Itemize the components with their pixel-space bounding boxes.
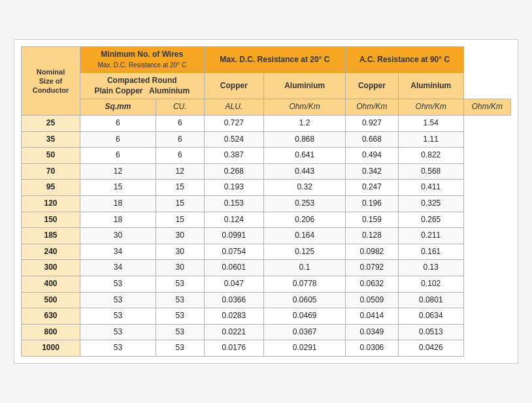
ac-aluminium-header: Aluminium: [398, 73, 463, 99]
cu-wires-cell: 53: [80, 340, 156, 357]
ac-resistance-header: A.C. Resistance at 90° C: [346, 47, 464, 73]
size-cell: 95: [22, 180, 80, 196]
alu-wires-cell: 30: [156, 228, 204, 244]
alu-wires-cell: 15: [156, 212, 204, 228]
dc-aluminium-header: Aluminium: [264, 73, 346, 99]
cu-wires-cell: 53: [80, 276, 156, 292]
size-cell: 1000: [22, 340, 80, 357]
dc-cu-cell: 0.0754: [204, 244, 264, 260]
alu-wires-cell: 30: [156, 244, 204, 260]
dc-al-cell: 0.253: [264, 196, 346, 212]
compacted-round-header: Compacted RoundPlain Copper Aluminium: [80, 73, 205, 99]
cu-unit: CU.: [156, 99, 204, 116]
ac-al-cell: 0.568: [398, 163, 463, 180]
table-row: 150 18 15 0.124 0.206 0.159 0.265: [22, 212, 511, 228]
dc-cu-cell: 0.0366: [204, 292, 264, 308]
size-cell: 25: [22, 116, 80, 132]
dc-al-cell: 0.0291: [264, 340, 346, 357]
ac-al-cell: 0.0801: [398, 292, 463, 308]
dc-al-cell: 0.868: [264, 131, 346, 148]
ac-cu-cell: 0.128: [346, 228, 399, 244]
dc-cu-cell: 0.047: [204, 276, 264, 292]
dc-al-cell: 0.125: [264, 244, 346, 260]
dc-cu-cell: 0.387: [204, 148, 264, 164]
ac-cu-cell: 0.247: [346, 180, 399, 196]
cu-wires-cell: 53: [80, 324, 156, 340]
ac-al-cell: 1.11: [398, 131, 463, 148]
ac-cu-cell: 0.0982: [346, 244, 399, 260]
ac-cu-cell: 0.0306: [346, 340, 399, 357]
ac-al-cell: 0.102: [398, 276, 463, 292]
ac-copper-header: Copper: [346, 73, 399, 99]
sqmm-unit: Sq.mm: [80, 99, 156, 116]
alu-wires-cell: 15: [156, 196, 204, 212]
alu-wires-cell: 53: [156, 276, 204, 292]
ac-al-cell: 0.13: [398, 260, 463, 276]
table-row: 25 6 6 0.727 1.2 0.927 1.54: [22, 116, 511, 132]
cu-wires-cell: 12: [80, 163, 156, 180]
table-container: NominalSize ofConductor Minimum No. of W…: [14, 39, 518, 364]
ac-al-cell: 0.265: [398, 212, 463, 228]
ac-al-cell: 1.54: [398, 116, 463, 132]
size-cell: 150: [22, 212, 80, 228]
ac-cu-cell: 0.0349: [346, 324, 399, 340]
table-row: 95 15 15 0.193 0.32 0.247 0.411: [22, 180, 511, 196]
dc-al-cell: 0.1: [264, 260, 346, 276]
ac-cu-cell: 0.494: [346, 148, 399, 164]
dc-cu-unit: Ohm/Km: [264, 99, 346, 116]
dc-cu-cell: 0.0991: [204, 228, 264, 244]
ac-cu-cell: 0.0414: [346, 308, 399, 325]
ac-al-cell: 0.0513: [398, 324, 463, 340]
alu-wires-cell: 6: [156, 148, 204, 164]
ac-al-cell: 0.0634: [398, 308, 463, 325]
size-cell: 500: [22, 292, 80, 308]
dc-al-cell: 0.641: [264, 148, 346, 164]
table-row: 1000 53 53 0.0176 0.0291 0.0306 0.0426: [22, 340, 511, 357]
dc-al-cell: 0.32: [264, 180, 346, 196]
size-cell: 120: [22, 196, 80, 212]
ac-al-cell: 0.0426: [398, 340, 463, 357]
dc-cu-cell: 0.268: [204, 163, 264, 180]
ac-cu-cell: 0.0792: [346, 260, 399, 276]
min-wires-header: Minimum No. of WiresMax. D.C. Resistance…: [80, 47, 205, 73]
table-row: 630 53 53 0.0283 0.0469 0.0414 0.0634: [22, 308, 511, 325]
table-row: 70 12 12 0.268 0.443 0.342 0.568: [22, 163, 511, 180]
resistance-table: NominalSize ofConductor Minimum No. of W…: [21, 46, 511, 357]
table-row: 800 53 53 0.0221 0.0367 0.0349 0.0513: [22, 324, 511, 340]
dc-resistance-header: Max. D.C. Resistance at 20° C: [204, 47, 346, 73]
dc-al-cell: 0.0469: [264, 308, 346, 325]
ac-al-cell: 0.822: [398, 148, 463, 164]
cu-wires-cell: 53: [80, 308, 156, 325]
ac-cu-cell: 0.0632: [346, 276, 399, 292]
alu-wires-cell: 53: [156, 324, 204, 340]
ac-cu-cell: 0.342: [346, 163, 399, 180]
alu-wires-cell: 30: [156, 260, 204, 276]
dc-cu-cell: 0.0283: [204, 308, 264, 325]
cu-wires-cell: 18: [80, 196, 156, 212]
cu-wires-cell: 34: [80, 260, 156, 276]
cu-wires-cell: 18: [80, 212, 156, 228]
dc-copper-header: Copper: [204, 73, 264, 99]
dc-al-unit: Ohm/Km: [346, 99, 399, 116]
dc-al-cell: 0.0605: [264, 292, 346, 308]
dc-cu-cell: 0.727: [204, 116, 264, 132]
dc-al-cell: 0.443: [264, 163, 346, 180]
alu-wires-cell: 53: [156, 308, 204, 325]
dc-al-cell: 1.2: [264, 116, 346, 132]
size-cell: 50: [22, 148, 80, 164]
table-row: 500 53 53 0.0366 0.0605 0.0509 0.0801: [22, 292, 511, 308]
alu-wires-cell: 6: [156, 116, 204, 132]
dc-al-cell: 0.206: [264, 212, 346, 228]
ac-cu-cell: 0.668: [346, 131, 399, 148]
dc-al-cell: 0.0778: [264, 276, 346, 292]
ac-al-cell: 0.211: [398, 228, 463, 244]
ac-cu-cell: 0.0509: [346, 292, 399, 308]
ac-cu-unit: Ohm/Km: [398, 99, 463, 116]
size-cell: 240: [22, 244, 80, 260]
size-cell: 800: [22, 324, 80, 340]
alu-wires-cell: 53: [156, 340, 204, 357]
ac-al-unit: Ohm/Km: [463, 99, 510, 116]
size-cell: 400: [22, 276, 80, 292]
ac-cu-cell: 0.196: [346, 196, 399, 212]
cu-wires-cell: 6: [80, 131, 156, 148]
